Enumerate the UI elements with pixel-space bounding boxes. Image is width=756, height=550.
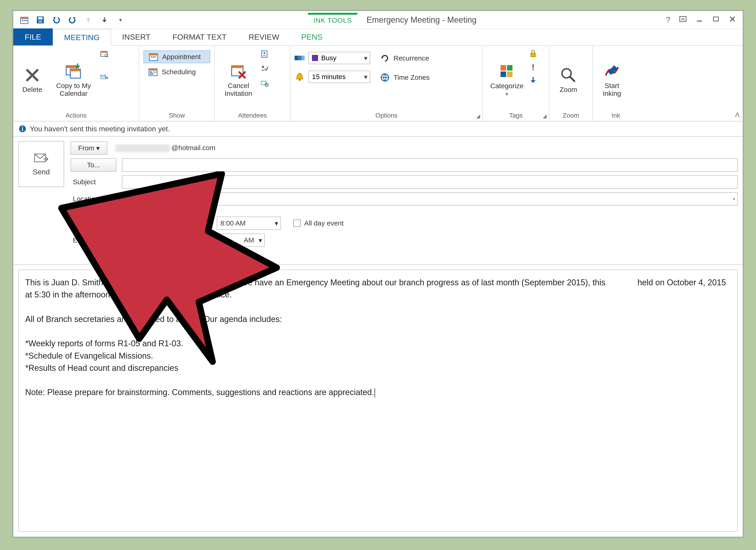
- from-value: @hotmail.com: [113, 144, 215, 152]
- svg-rect-20: [149, 54, 158, 55]
- zoom-button[interactable]: Zoom: [553, 49, 583, 111]
- all-day-checkbox[interactable]: All day event: [293, 219, 344, 227]
- scheduling-button[interactable]: Scheduling: [143, 66, 210, 78]
- bell-icon: [295, 72, 305, 82]
- redo-icon[interactable]: [68, 15, 77, 25]
- delete-button[interactable]: Delete: [17, 49, 47, 111]
- start-date-combo[interactable]: ▾: [122, 216, 211, 230]
- ribbon-group-ink: Start Inking Ink: [593, 46, 639, 121]
- to-button[interactable]: To...: [71, 158, 116, 172]
- chevron-down-icon: ▾: [733, 197, 735, 201]
- to-btn-label: To...: [87, 161, 100, 169]
- end-time-row: End time ▾ AM▾: [71, 233, 738, 247]
- tab-file[interactable]: FILE: [13, 28, 53, 45]
- ribbon-group-zoom: Zoom Zoom: [549, 46, 593, 121]
- chevron-down-icon: ▾: [506, 91, 508, 97]
- tags-dialog-launcher-icon[interactable]: ◢: [543, 113, 547, 119]
- tab-pens[interactable]: PENS: [290, 28, 334, 45]
- send-button[interactable]: Send: [18, 141, 64, 187]
- end-time-combo[interactable]: AM▾: [217, 233, 265, 247]
- calendar-small-icon[interactable]: [100, 49, 108, 58]
- address-book-icon[interactable]: [260, 50, 268, 58]
- from-row: From ▾ @hotmail.com: [71, 141, 738, 155]
- save-icon[interactable]: [36, 15, 45, 25]
- subject-row: Subject: [71, 175, 738, 189]
- chevron-down-icon: ▾: [205, 219, 208, 227]
- svg-rect-27: [153, 71, 156, 73]
- svg-rect-25: [149, 69, 157, 71]
- actions-extra-stack: [100, 49, 108, 111]
- svg-rect-46: [531, 53, 535, 57]
- forward-small-icon[interactable]: [100, 73, 108, 81]
- next-arrow-icon[interactable]: [100, 15, 109, 25]
- svg-rect-38: [295, 56, 298, 60]
- response-options-icon[interactable]: [260, 79, 268, 87]
- info-text: You haven't sent this meeting invitation…: [30, 125, 170, 133]
- end-label: End time: [71, 236, 116, 244]
- subject-field[interactable]: [122, 175, 738, 188]
- undo-icon[interactable]: [52, 15, 61, 25]
- contextual-tab-group: INK TOOLS: [308, 11, 357, 29]
- time-zones-label: Time Zones: [394, 74, 430, 81]
- tab-insert[interactable]: INSERT: [111, 28, 162, 45]
- recurrence-label: Recurrence: [394, 54, 429, 62]
- message-body[interactable]: This is Juan D. Smith Local Se f KHM Dep…: [18, 269, 738, 532]
- ribbon-display-icon[interactable]: [679, 15, 687, 25]
- svg-point-50: [22, 126, 23, 128]
- recurrence-button[interactable]: Recurrence: [375, 52, 434, 65]
- start-time-row: Start time ▾ 8:00 AM▾ All day event: [71, 216, 738, 230]
- minimize-icon[interactable]: [696, 15, 703, 25]
- ink-tools-label: INK TOOLS: [308, 13, 357, 27]
- inking-label: Inking: [603, 90, 621, 97]
- svg-rect-12: [66, 66, 76, 68]
- check-names-icon[interactable]: [260, 65, 268, 73]
- maximize-icon[interactable]: [712, 15, 720, 25]
- ribbon-group-attendees: Cancel Invitation Attendees: [215, 46, 290, 121]
- location-label: Location: [71, 195, 116, 203]
- appointment-label: Appointment: [162, 53, 201, 61]
- tab-meeting[interactable]: MEETING: [53, 29, 111, 46]
- svg-point-36: [266, 84, 267, 85]
- tab-review[interactable]: REVIEW: [238, 28, 290, 45]
- high-importance-icon[interactable]: !: [529, 63, 537, 71]
- show-as-combo[interactable]: Busy ▾: [308, 52, 370, 64]
- window-controls: ?: [666, 15, 743, 25]
- location-combo[interactable]: ▾: [122, 192, 738, 205]
- help-icon[interactable]: ?: [666, 15, 670, 25]
- previous-arrow-icon: [84, 15, 93, 25]
- end-date-combo[interactable]: ▾: [122, 233, 211, 247]
- copy-to-calendar-button[interactable]: Copy to My Calendar: [49, 49, 98, 111]
- ribbon-group-actions: Delete Copy to My Calendar Actions: [13, 46, 139, 121]
- location-row: Location ▾: [71, 192, 738, 206]
- scheduling-label: Scheduling: [162, 68, 196, 76]
- attendees-extra-stack: [260, 49, 268, 111]
- qat-customize-icon[interactable]: ▾: [116, 15, 125, 25]
- tab-format-text[interactable]: FORMAT TEXT: [162, 28, 238, 45]
- to-field[interactable]: [122, 158, 738, 172]
- close-icon[interactable]: [729, 15, 736, 25]
- from-button[interactable]: From ▾: [71, 141, 107, 155]
- composer: Send From ▾ @hotmail.com To... Subject L…: [13, 137, 743, 265]
- cancel-invitation-button[interactable]: Cancel Invitation: [219, 49, 258, 111]
- svg-rect-39: [301, 56, 305, 60]
- subject-label: Subject: [71, 178, 116, 186]
- start-time-combo[interactable]: 8:00 AM▾: [217, 216, 281, 230]
- redacted-name: [115, 144, 170, 152]
- calendar-icon[interactable]: [20, 15, 29, 25]
- categorize-button[interactable]: Categorize ▾: [487, 49, 527, 111]
- busy-swatch-icon: [312, 55, 318, 61]
- svg-rect-22: [153, 56, 154, 57]
- chevron-down-icon: ▾: [205, 236, 208, 244]
- options-right-col: Recurrence Time Zones: [375, 49, 434, 111]
- private-lock-icon[interactable]: [529, 49, 537, 58]
- show-group-label: Show: [143, 111, 210, 120]
- appointment-button[interactable]: Appointment: [143, 50, 210, 63]
- ribbon-group-options: Busy ▾ 15 minutes ▾: [290, 46, 483, 121]
- low-importance-icon[interactable]: [529, 76, 537, 84]
- start-inking-button[interactable]: Start Inking: [597, 49, 627, 111]
- collapse-ribbon-icon[interactable]: ᐱ: [735, 111, 740, 119]
- chevron-down-icon: ▾: [364, 73, 367, 81]
- time-zones-button[interactable]: Time Zones: [375, 71, 434, 84]
- reminder-combo[interactable]: 15 minutes ▾: [308, 71, 370, 83]
- options-dialog-launcher-icon[interactable]: ◢: [476, 113, 480, 119]
